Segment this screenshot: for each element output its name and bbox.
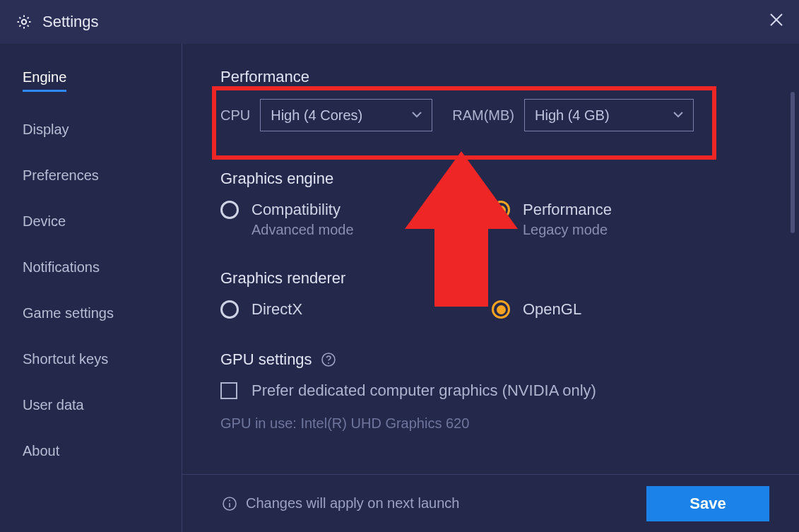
gpu-settings-heading-row: GPU settings [220, 350, 769, 369]
sidebar-item-about[interactable]: About [23, 443, 59, 459]
footer-note: Changes will apply on next launch [222, 495, 459, 512]
graphics-engine-heading: Graphics engine [220, 170, 769, 188]
ram-dropdown[interactable]: High (4 GB) [524, 99, 694, 131]
radio-icon [492, 201, 510, 219]
sidebar-item-game-settings[interactable]: Game settings [23, 305, 114, 321]
radio-icon [220, 201, 239, 219]
titlebar: Settings [0, 0, 799, 44]
footer-note-text: Changes will apply on next launch [246, 495, 459, 512]
gpu-prefer-dedicated-label: Prefer dedicated computer graphics (NVID… [251, 382, 596, 400]
radio-renderer-directx[interactable]: DirectX [220, 300, 492, 319]
scrollbar[interactable] [791, 92, 795, 233]
ram-dropdown-value: High (4 GB) [535, 107, 610, 124]
sidebar-item-user-data[interactable]: User data [23, 397, 84, 413]
info-icon [222, 496, 237, 512]
radio-label: OpenGL [523, 300, 581, 319]
sidebar-item-engine[interactable]: Engine [23, 69, 66, 92]
cpu-dropdown[interactable]: High (4 Cores) [260, 99, 432, 131]
radio-label: Compatibility [251, 201, 354, 219]
radio-graphics-performance[interactable]: Performance Legacy mode [492, 201, 612, 238]
cpu-dropdown-value: High (4 Cores) [271, 107, 362, 124]
radio-icon [220, 300, 239, 319]
svg-point-4 [328, 362, 329, 364]
graphics-renderer-heading: Graphics renderer [220, 269, 769, 288]
sidebar-item-device[interactable]: Device [23, 213, 66, 230]
sidebar-item-preferences[interactable]: Preferences [23, 167, 99, 184]
svg-point-7 [229, 500, 230, 501]
sidebar: Engine Display Preferences Device Notifi… [0, 44, 182, 532]
help-icon[interactable] [321, 352, 336, 367]
radio-label: DirectX [251, 300, 302, 319]
radio-label: Performance [523, 201, 612, 219]
gpu-settings-heading: GPU settings [220, 350, 312, 369]
ram-label: RAM(MB) [452, 107, 514, 124]
radio-graphics-compatibility[interactable]: Compatibility Advanced mode [220, 201, 492, 238]
chevron-down-icon [412, 112, 422, 119]
radio-sublabel: Legacy mode [523, 222, 612, 238]
footer: Changes will apply on next launch Save [182, 474, 799, 532]
cpu-label: CPU [220, 107, 250, 124]
chevron-down-icon [673, 112, 683, 119]
gpu-prefer-dedicated-checkbox[interactable] [220, 382, 237, 399]
gpu-prefer-dedicated-row: Prefer dedicated computer graphics (NVID… [220, 382, 769, 400]
window-title: Settings [42, 13, 99, 31]
sidebar-item-display[interactable]: Display [23, 122, 69, 138]
radio-renderer-opengl[interactable]: OpenGL [492, 300, 581, 319]
save-button[interactable]: Save [646, 486, 769, 521]
radio-sublabel: Advanced mode [251, 222, 354, 238]
settings-main: Performance CPU High (4 Cores) RAM(MB) H… [182, 44, 799, 532]
sidebar-item-notifications[interactable]: Notifications [23, 259, 100, 276]
performance-heading: Performance [220, 68, 769, 86]
sidebar-item-shortcut-keys[interactable]: Shortcut keys [23, 351, 108, 367]
gpu-in-use-text: GPU in use: Intel(R) UHD Graphics 620 [220, 415, 769, 432]
close-button[interactable] [769, 13, 783, 31]
radio-icon [492, 300, 510, 319]
gear-icon [16, 13, 32, 30]
svg-point-0 [22, 20, 26, 24]
